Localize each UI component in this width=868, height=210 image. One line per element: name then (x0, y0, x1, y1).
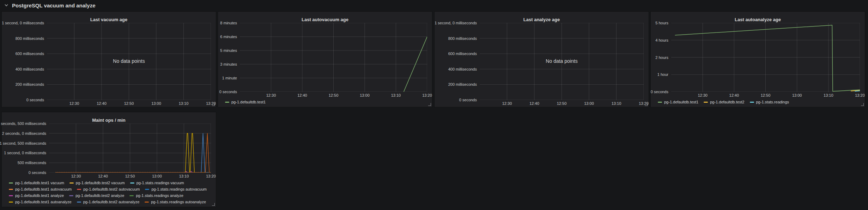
y-tick-label: 0 seconds (459, 98, 477, 102)
plot-canvas[interactable] (480, 23, 644, 100)
x-tick-label: 13:10 (391, 93, 401, 97)
y-tick-label: 0 seconds (219, 90, 237, 94)
y-tick-label: 1 second, 500 milliseconds (0, 141, 46, 145)
legend-item-pg-1-defaultdb-test1[interactable]: pg-1.defaultdb.test1 (658, 100, 698, 104)
y-tick-label: 1 hour (657, 72, 668, 77)
legend-series-swatch (9, 202, 13, 203)
x-tick-labels: 12:3012:4012:5013:0013:1013:20 (240, 92, 427, 99)
plot-area (49, 124, 211, 173)
legend-series-swatch (129, 195, 134, 196)
plot-canvas[interactable] (47, 23, 211, 100)
x-tick-label: 13:00 (584, 101, 594, 106)
panel-title[interactable]: Last autoanalyze age (651, 12, 865, 23)
legend-series-label: pg-1.defaultdb.test1 vacuum (15, 181, 64, 185)
legend: pg-1.defaultdb.test1 vacuumpg-1.defaultd… (2, 180, 216, 207)
panel-resize-handle[interactable] (212, 103, 215, 106)
legend-row: pg-1.defaultdb.test1 autoanalyzepg-1.def… (9, 199, 213, 205)
panel-last-analyze-age: Last analyze age1 second, 0 milliseconds… (435, 12, 649, 107)
legend-series-label: pg-1.stats.readings (756, 100, 789, 104)
x-tick-label: 13:10 (179, 101, 189, 106)
x-tick-label: 13:20 (422, 93, 432, 97)
y-tick-label: 0 seconds (26, 98, 44, 102)
legend-item-pg-1-defaultdb-test2-autovacuum[interactable]: pg-1.defaultdb.test2 autovacuum (77, 187, 140, 191)
y-tick-label: 500 milliseconds (18, 161, 46, 165)
x-tick-label: 13:10 (824, 93, 833, 97)
legend-series-label: pg-1.stats.readings vacuum (136, 181, 184, 185)
x-tick-label: 12:30 (266, 93, 276, 97)
legend-item-pg-1-defaultdb-test1[interactable]: pg-1.defaultdb.test1 (225, 100, 266, 104)
legend-row: pg-1.defaultdb.test1pg-1.defaultdb.test2… (658, 99, 862, 105)
plot-area (671, 23, 860, 92)
y-tick-label: 200 milliseconds (448, 82, 477, 86)
x-tick-label: 12:40 (97, 101, 107, 106)
legend-row: pg-1.defaultdb.test1 analyzepg-1.default… (9, 192, 213, 199)
panel-resize-handle[interactable] (861, 103, 864, 106)
plot-canvas[interactable] (671, 23, 860, 92)
panel-resize-handle[interactable] (428, 103, 431, 106)
y-axis-labels: 5 hours4 hours2 hours1 hour0 seconds (651, 23, 671, 92)
x-tick-label: 13:10 (612, 101, 621, 106)
legend-series-swatch (77, 202, 81, 203)
y-tick-label: 5 hours (655, 21, 668, 25)
y-tick-label: 0 seconds (29, 170, 46, 175)
x-tick-label: 12:40 (529, 101, 539, 106)
legend-series-label: pg-1.defaultdb.test1 autovacuum (15, 187, 72, 191)
y-tick-label: 1 minute (222, 76, 237, 80)
legend-item-pg-1-defaultdb-test2-vacuum[interactable]: pg-1.defaultdb.test2 vacuum (69, 181, 125, 185)
series-line-pg-1-stats-readings (855, 91, 860, 91)
y-tick-label: 800 milliseconds (16, 36, 44, 41)
x-tick-label: 13:00 (152, 174, 162, 178)
x-tick-label: 13:00 (360, 93, 370, 97)
legend-item-pg-1-stats-readings-autovacuum[interactable]: pg-1.stats.readings autovacuum (145, 187, 207, 191)
legend-series-swatch (145, 189, 149, 190)
legend-item-pg-1-defaultdb-test2-analyze[interactable]: pg-1.defaultdb.test2 analyze (69, 193, 124, 198)
y-tick-label: 1 second, 0 milliseconds (435, 21, 477, 25)
x-tick-label: 12:50 (329, 93, 339, 97)
legend-item-pg-1-defaultdb-test1-analyze[interactable]: pg-1.defaultdb.test1 analyze (9, 193, 64, 198)
x-axis: 12:3012:4012:5013:0013:1013:20 (651, 92, 865, 99)
legend: pg-1.defaultdb.test1pg-1.defaultdb.test2… (651, 99, 865, 107)
plot-row: 5 hours4 hours2 hours1 hour0 seconds (651, 23, 865, 92)
panel-title[interactable]: Last autovacuum age (218, 12, 432, 23)
legend-series-label: pg-1.defaultdb.test2 (710, 100, 744, 104)
x-tick-label: 12:40 (297, 93, 307, 97)
legend-item-pg-1-defaultdb-test1-vacuum[interactable]: pg-1.defaultdb.test1 vacuum (9, 181, 64, 185)
y-tick-label: 0 seconds (651, 90, 668, 94)
legend-series-label: pg-1.defaultdb.test2 vacuum (76, 181, 125, 185)
x-tick-label: 13:20 (206, 174, 216, 178)
x-tick-label: 13:20 (855, 93, 865, 97)
legend-series-swatch (658, 102, 662, 103)
legend-series-swatch (130, 182, 134, 184)
panel-last-vacuum-age: Last vacuum age1 second, 0 milliseconds8… (2, 12, 216, 107)
plot-canvas[interactable] (49, 124, 211, 173)
legend-item-pg-1-defaultdb-test2[interactable]: pg-1.defaultdb.test2 (704, 100, 744, 104)
plot-row: 2 seconds, 500 milliseconds2 seconds, 0 … (2, 124, 216, 173)
legend-item-pg-1-defaultdb-test1-autoanalyze[interactable]: pg-1.defaultdb.test1 autoanalyze (9, 200, 72, 204)
panel-maint-ops-min: Maint ops / min2 seconds, 500 millisecon… (2, 112, 216, 207)
panel-resize-handle[interactable] (645, 103, 648, 106)
legend-item-pg-1-stats-readings-autoanalyze[interactable]: pg-1.stats.readings autoanalyze (145, 200, 206, 204)
plot-canvas[interactable] (240, 23, 427, 92)
x-tick-label: 13:00 (151, 101, 161, 106)
legend-item-pg-1-stats-readings-vacuum[interactable]: pg-1.stats.readings vacuum (130, 181, 184, 185)
plot-area: No data points (480, 23, 644, 100)
legend-series-swatch (9, 182, 13, 184)
legend-series-swatch (225, 102, 229, 103)
y-tick-label: 600 milliseconds (16, 52, 44, 56)
panel-resize-handle[interactable] (212, 203, 215, 206)
legend-item-pg-1-defaultdb-test2-autoanalyze[interactable]: pg-1.defaultdb.test2 autoanalyze (77, 200, 140, 204)
legend-series-swatch (69, 182, 74, 184)
y-tick-label: 4 hours (655, 38, 668, 42)
legend-item-pg-1-defaultdb-test1-autovacuum[interactable]: pg-1.defaultdb.test1 autovacuum (9, 187, 72, 191)
x-tick-label: 12:50 (124, 101, 134, 106)
x-tick-label: 12:50 (125, 174, 135, 178)
legend-series-swatch (704, 102, 708, 103)
x-tick-label: 12:50 (761, 93, 771, 97)
legend-item-pg-1-stats-readings[interactable]: pg-1.stats.readings (750, 100, 789, 104)
legend-series-label: pg-1.defaultdb.test1 autoanalyze (15, 200, 72, 204)
y-tick-label: 2 seconds, 500 milliseconds (0, 121, 46, 126)
legend: pg-1.defaultdb.test1 (218, 99, 432, 107)
y-tick-label: 200 milliseconds (16, 82, 44, 86)
legend-series-label: pg-1.defaultdb.test2 autoanalyze (83, 200, 140, 204)
legend-item-pg-1-stats-readings-analyze[interactable]: pg-1.stats.readings analyze (129, 193, 183, 198)
